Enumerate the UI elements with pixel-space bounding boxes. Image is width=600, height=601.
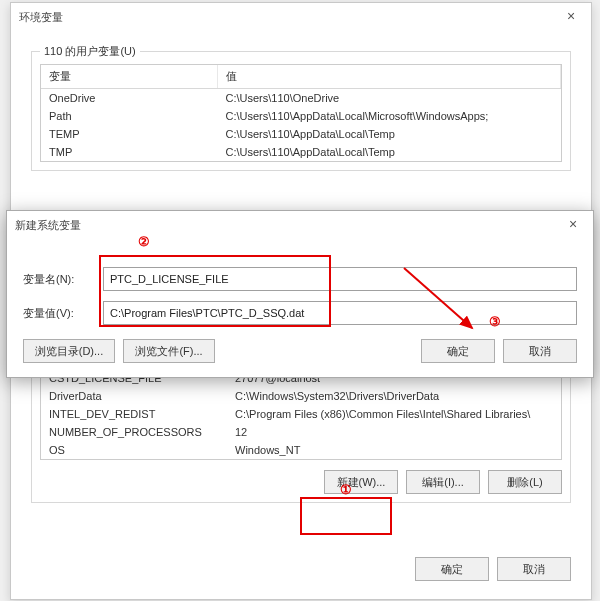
- user-vars-table[interactable]: 变量 值 OneDriveC:\Users\110\OneDrive PathC…: [40, 64, 562, 162]
- user-vars-group: 110 的用户变量(U) 变量 值 OneDriveC:\Users\110\O…: [31, 51, 571, 171]
- table-row[interactable]: TEMPC:\Users\110\AppData\Local\Temp: [41, 125, 561, 143]
- new-var-dialog: 新建系统变量 × 变量名(N): 变量值(V): 浏览目录(D)... 浏览文件…: [6, 210, 594, 378]
- table-row[interactable]: INTEL_DEV_REDISTC:\Program Files (x86)\C…: [41, 405, 561, 423]
- table-row[interactable]: OSWindows_NT: [41, 441, 561, 459]
- delete-button[interactable]: 删除(L): [488, 470, 562, 494]
- col-value[interactable]: 值: [218, 65, 561, 89]
- dlg-cancel-button[interactable]: 取消: [503, 339, 577, 363]
- env-ok-button[interactable]: 确定: [415, 557, 489, 581]
- table-header: 变量 值: [41, 65, 561, 89]
- table-row[interactable]: DriverDataC:\Windows\System32\Drivers\Dr…: [41, 387, 561, 405]
- edit-button[interactable]: 编辑(I)...: [406, 470, 480, 494]
- table-row[interactable]: PathC:\Users\110\AppData\Local\Microsoft…: [41, 107, 561, 125]
- var-value-label: 变量值(V):: [23, 306, 103, 321]
- dlg-title: 新建系统变量: [15, 211, 81, 239]
- var-value-input[interactable]: [103, 301, 577, 325]
- var-name-label: 变量名(N):: [23, 272, 103, 287]
- browse-dir-button[interactable]: 浏览目录(D)...: [23, 339, 115, 363]
- col-name[interactable]: 变量: [41, 65, 218, 89]
- browse-file-button[interactable]: 浏览文件(F)...: [123, 339, 215, 363]
- user-vars-label: 110 的用户变量(U): [40, 44, 140, 59]
- table-row[interactable]: TMPC:\Users\110\AppData\Local\Temp: [41, 143, 561, 161]
- table-row[interactable]: OneDriveC:\Users\110\OneDrive: [41, 89, 561, 108]
- dlg-ok-button[interactable]: 确定: [421, 339, 495, 363]
- new-button[interactable]: 新建(W)...: [324, 470, 398, 494]
- env-cancel-button[interactable]: 取消: [497, 557, 571, 581]
- close-icon[interactable]: ×: [553, 211, 593, 239]
- env-titlebar: 环境变量 ×: [11, 3, 591, 31]
- var-name-input[interactable]: [103, 267, 577, 291]
- close-icon[interactable]: ×: [551, 3, 591, 31]
- dlg-titlebar: 新建系统变量 ×: [7, 211, 593, 239]
- table-row[interactable]: NUMBER_OF_PROCESSORS12: [41, 423, 561, 441]
- env-title: 环境变量: [19, 3, 63, 31]
